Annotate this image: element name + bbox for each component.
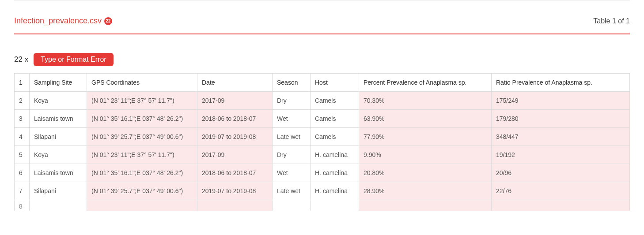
cell-pp [359, 200, 492, 211]
cell-host [311, 200, 359, 211]
cell-num: 2 [15, 92, 30, 110]
col-header-site[interactable]: Sampling Site [30, 74, 87, 92]
cell-rp: 348/447 [492, 128, 630, 146]
cell-date: 2019-07 to 2019-08 [197, 128, 273, 146]
cell-rp: 20/96 [492, 164, 630, 182]
cell-host: H. camelina [311, 164, 359, 182]
cell-gps: (N 01° 35' 16.1";E 037° 48' 26.2") [87, 110, 197, 128]
cell-pp: 70.30% [359, 92, 492, 110]
error-type-chip[interactable]: Type or Format Error [34, 53, 113, 66]
cell-date: 2017-09 [197, 92, 273, 110]
cell-date: 2018-06 to 2018-07 [197, 164, 273, 182]
cell-num: 5 [15, 146, 30, 164]
cell-rp: 22/76 [492, 182, 630, 200]
table-indicator: Table 1 of 1 [593, 17, 630, 25]
filename-text: Infection_prevalence.csv [14, 16, 102, 26]
cell-pp: 77.90% [359, 128, 492, 146]
table-row[interactable]: 5Koya(N 01° 23' 11";E 37° 57' 11.7")2017… [15, 146, 630, 164]
cell-host: H. camelina [311, 182, 359, 200]
top-divider [14, 0, 630, 0]
file-header: Infection_prevalence.csv 22 Table 1 of 1 [14, 16, 630, 34]
cell-gps: (N 01° 23' 11";E 37° 57' 11.7") [87, 146, 197, 164]
cell-season: Dry [273, 92, 311, 110]
cell-date: 2019-07 to 2019-08 [197, 182, 273, 200]
cell-host: Camels [311, 92, 359, 110]
cell-site: Laisamis town [30, 164, 87, 182]
cell-site: Koya [30, 92, 87, 110]
cell-date: 2017-09 [197, 146, 273, 164]
table-row[interactable]: 4Silapani(N 01° 39' 25.7";E 037° 49' 00.… [15, 128, 630, 146]
cell-site: Silapani [30, 182, 87, 200]
cell-num: 4 [15, 128, 30, 146]
col-header-pp[interactable]: Percent Prevalence of Anaplasma sp. [359, 74, 492, 92]
table-row[interactable]: 7Silapani(N 01° 39' 25.7";E 037° 49' 00.… [15, 182, 630, 200]
cell-season: Wet [273, 110, 311, 128]
col-header-host[interactable]: Host [311, 74, 359, 92]
table-row[interactable]: 3Laisamis town(N 01° 35' 16.1";E 037° 48… [15, 110, 630, 128]
cell-site [30, 200, 87, 211]
table-body: 2Koya(N 01° 23' 11";E 37° 57' 11.7")2017… [15, 92, 630, 211]
table-row[interactable]: 2Koya(N 01° 23' 11";E 37° 57' 11.7")2017… [15, 92, 630, 110]
col-header-gps[interactable]: GPS Coordinates [87, 74, 197, 92]
cell-pp: 20.80% [359, 164, 492, 182]
cell-pp: 28.90% [359, 182, 492, 200]
cell-rp: 179/280 [492, 110, 630, 128]
cell-pp: 63.90% [359, 110, 492, 128]
cell-date [197, 200, 273, 211]
cell-gps: (N 01° 35' 16.1";E 037° 48' 26.2") [87, 164, 197, 182]
page-container: Infection_prevalence.csv 22 Table 1 of 1… [0, 0, 644, 211]
cell-date: 2018-06 to 2018-07 [197, 110, 273, 128]
cell-pp: 9.90% [359, 146, 492, 164]
col-header-num[interactable]: 1 [15, 74, 30, 92]
cell-gps: (N 01° 39' 25.7";E 037° 49' 00.6") [87, 182, 197, 200]
cell-rp: 19/192 [492, 146, 630, 164]
table-row-truncated[interactable]: 8 [15, 200, 630, 211]
cell-site: Laisamis town [30, 110, 87, 128]
cell-gps [87, 200, 197, 211]
cell-gps: (N 01° 23' 11";E 37° 57' 11.7") [87, 92, 197, 110]
cell-season: Wet [273, 164, 311, 182]
filename-link[interactable]: Infection_prevalence.csv 22 [14, 16, 112, 26]
cell-season [273, 200, 311, 211]
data-table: 1 Sampling Site GPS Coordinates Date Sea… [14, 73, 630, 211]
cell-site: Koya [30, 146, 87, 164]
cell-host: Camels [311, 110, 359, 128]
cell-num: 3 [15, 110, 30, 128]
cell-rp [492, 200, 630, 211]
cell-site: Silapani [30, 128, 87, 146]
col-header-season[interactable]: Season [273, 74, 311, 92]
cell-host: H. camelina [311, 146, 359, 164]
cell-season: Late wet [273, 182, 311, 200]
cell-num: 6 [15, 164, 30, 182]
error-count-badge: 22 [104, 17, 112, 25]
col-header-date[interactable]: Date [197, 74, 273, 92]
table-row[interactable]: 6Laisamis town(N 01° 35' 16.1";E 037° 48… [15, 164, 630, 182]
cell-num: 7 [15, 182, 30, 200]
header-row: 1 Sampling Site GPS Coordinates Date Sea… [15, 74, 630, 92]
error-count-text: 22 x [14, 55, 28, 64]
cell-season: Dry [273, 146, 311, 164]
col-header-rp[interactable]: Ratio Prevalence of Anaplasma sp. [492, 74, 630, 92]
cell-host: Camels [311, 128, 359, 146]
error-summary: 22 x Type or Format Error [14, 53, 630, 66]
cell-season: Late wet [273, 128, 311, 146]
cell-gps: (N 01° 39' 25.7";E 037° 49' 00.6") [87, 128, 197, 146]
cell-rp: 175/249 [492, 92, 630, 110]
cell-num: 8 [15, 200, 30, 211]
